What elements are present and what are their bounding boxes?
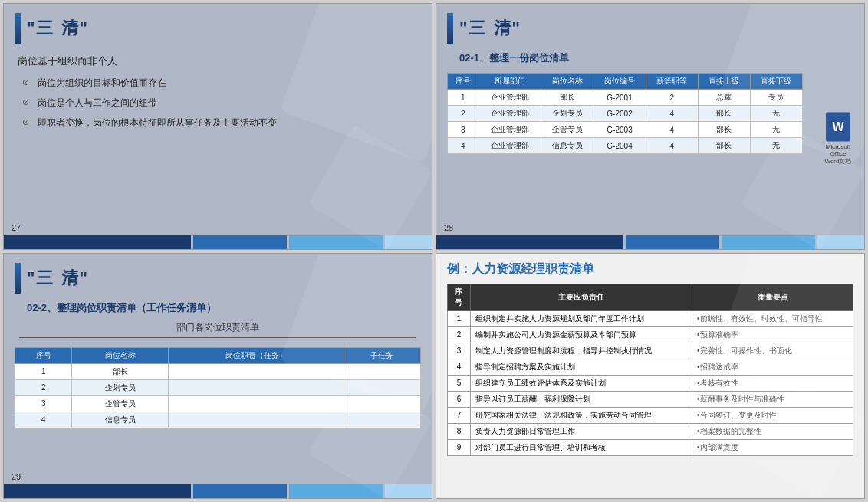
cell-seq: 1 <box>447 310 470 326</box>
table-row: 6 指导以订员工薪酬、福利保障计划 •薪酬事务及时性与准确性 <box>447 391 853 407</box>
cell: G-2002 <box>593 106 646 122</box>
cell-measure: •合同签订、变更及时性 <box>692 407 853 423</box>
col-header-inferior: 直接下级 <box>750 74 802 90</box>
cell-measure: •招聘达成率 <box>692 359 853 375</box>
cell: G-2001 <box>593 90 646 106</box>
slide28-bottom-bar <box>436 235 864 249</box>
title-accent <box>15 13 21 44</box>
bullet-1: 岗位为组织的目标和价值而存在 <box>22 76 421 90</box>
table-row: 1 组织制定并实施人力资源规划及部门年度工作计划 •前瞻性、有效性、时效性、可指… <box>447 310 853 326</box>
cell-measure: •薪酬事务及时性与准确性 <box>692 391 853 407</box>
cell: 企划专员 <box>541 106 593 122</box>
slide29-title: "三 清" <box>27 267 89 290</box>
table-row: 2 编制并实施公司人力资源金薪预算及本部门预算 •预算准确率 <box>447 326 853 343</box>
col-header-dept: 所属部门 <box>478 74 541 90</box>
bar-dark <box>4 235 191 249</box>
cell-measure: •考核有效性 <box>692 375 853 391</box>
cell: 1 <box>15 363 72 379</box>
cell-resp: 对部门员工进行日常管理、培训和考核 <box>470 439 692 455</box>
cell-resp: 指导以订员工薪酬、福利保障计划 <box>470 391 692 407</box>
cell <box>169 363 344 379</box>
title-accent-2 <box>447 13 453 44</box>
cell: 总裁 <box>698 90 750 106</box>
cell: 1 <box>448 90 478 106</box>
slide29-content: 序号 岗位名称 岗位职责（任务） 子任务 1 部长 2 企划专员 <box>4 343 432 448</box>
cell <box>169 412 344 428</box>
slide-29: "三 清" 02-2、整理岗位职责清单（工作任务清单） 部门各岗位职责清单 序号… <box>3 253 432 500</box>
col-responsibility: 主要应负责任 <box>470 284 692 310</box>
cell-seq: 2 <box>447 326 470 343</box>
cell-seq: 9 <box>447 439 470 455</box>
table-row: 7 研究国家相关法律、法规和政策，实施劳动合同管理 •合同签订、变更及时性 <box>447 407 853 423</box>
bar-lightest <box>385 484 432 498</box>
cell-measure: •档案数据的完整性 <box>692 423 853 439</box>
col-seq: 序号 <box>15 347 72 363</box>
col-header-name: 岗位名称 <box>541 74 593 90</box>
cell-seq: 3 <box>447 343 470 359</box>
table-row: 4 信息专员 <box>15 412 421 428</box>
slide28-title-area: "三 清" <box>436 4 864 50</box>
bar-medium <box>193 235 287 249</box>
cell: 2 <box>448 106 478 122</box>
table-row: 3 制定人力资源管理制度和流程，指导并控制执行情况 •完善性、可操作性、书面化 <box>447 343 853 359</box>
word-icon-label: Microsoft OfficeWord文档 <box>823 143 853 165</box>
bar-dark <box>436 235 623 249</box>
cell: 4 <box>646 138 698 154</box>
cell: 部长 <box>698 138 750 154</box>
table-row: 4 指导制定招聘方案及实施计划 •招聘达成率 <box>447 359 853 375</box>
cell: G-2003 <box>593 122 646 138</box>
slide29-bottom-bar <box>4 484 432 498</box>
slide29-number: 29 <box>12 472 21 481</box>
slide30-table: 序号 主要应负责任 衡量要点 1 组织制定并实施人力资源规划及部门年度工作计划 … <box>447 284 853 456</box>
cell <box>169 379 344 395</box>
table-row: 9 对部门员工进行日常管理、培训和考核 •内部满意度 <box>447 439 853 455</box>
cell-resp: 组织建立员工绩效评估体系及实施计划 <box>470 375 692 391</box>
cell: 部长 <box>72 363 169 379</box>
col-header-superior: 直接上级 <box>698 74 750 90</box>
table-row: 4 企业管理部 信息专员 G-2004 4 部长 无 <box>448 138 803 154</box>
col-seq: 序号 <box>447 284 470 310</box>
cell: 信息专员 <box>72 412 169 428</box>
slide-27: "三 清" 岗位基于组织而非个人 岗位为组织的目标和价值而存在 岗位是个人与工作… <box>3 3 432 250</box>
col-header-seq: 序号 <box>448 74 478 90</box>
cell-measure: •前瞻性、有效性、时效性、可指导性 <box>692 310 853 326</box>
cell: 4 <box>646 122 698 138</box>
cell: 4 <box>15 412 72 428</box>
slide29-title-area: "三 清" <box>4 254 432 300</box>
bar-light <box>289 484 383 498</box>
cell <box>344 412 420 428</box>
col-pos-name: 岗位名称 <box>72 347 169 363</box>
cell-seq: 7 <box>447 407 470 423</box>
cell-resp: 组织制定并实施人力资源规划及部门年度工作计划 <box>470 310 692 326</box>
bar-medium <box>626 235 719 249</box>
table-row: 2 企业管理部 企划专员 G-2002 4 部长 无 <box>448 106 803 122</box>
slide27-title: "三 清" <box>27 17 89 40</box>
cell-resp: 负责人力资源部日常管理工作 <box>470 423 692 439</box>
cell <box>344 379 420 395</box>
bar-light <box>289 235 383 249</box>
slide28-table: 序号 所属部门 岗位名称 岗位编号 薪等职等 直接上级 直接下级 1 企业管理部… <box>447 73 803 154</box>
cell-resp: 指导制定招聘方案及实施计划 <box>470 359 692 375</box>
word-icon-box: W <box>826 112 850 141</box>
cell-seq: 6 <box>447 391 470 407</box>
slide28-number: 28 <box>444 223 453 232</box>
word-letter: W <box>832 120 843 133</box>
slide29-subtitle: 02-2、整理岗位职责清单（工作任务清单） <box>4 300 432 318</box>
slide28-subtitle: 02-1、整理一份岗位清单 <box>436 50 864 68</box>
cell <box>169 395 344 412</box>
word-icon: W Microsoft OfficeWord文档 <box>823 112 853 165</box>
slide27-bullet-list: 岗位为组织的目标和价值而存在 岗位是个人与工作之间的纽带 即职者变换，岗位的根本… <box>15 76 421 130</box>
cell-seq: 8 <box>447 423 470 439</box>
table-row: 3 企管专员 <box>15 395 421 412</box>
cell-measure: •预算准确率 <box>692 326 853 343</box>
slide27-number: 27 <box>12 223 21 232</box>
cell-seq: 4 <box>447 359 470 375</box>
cell: G-2004 <box>593 138 646 154</box>
slide27-title-area: "三 清" <box>4 4 432 50</box>
cell: 4 <box>646 106 698 122</box>
cell: 2 <box>646 90 698 106</box>
cell: 无 <box>750 106 802 122</box>
slide30-title: 例：人力资源经理职责清单 <box>436 254 864 281</box>
cell: 企业管理部 <box>478 122 541 138</box>
cell-resp: 编制并实施公司人力资源金薪预算及本部门预算 <box>470 326 692 343</box>
